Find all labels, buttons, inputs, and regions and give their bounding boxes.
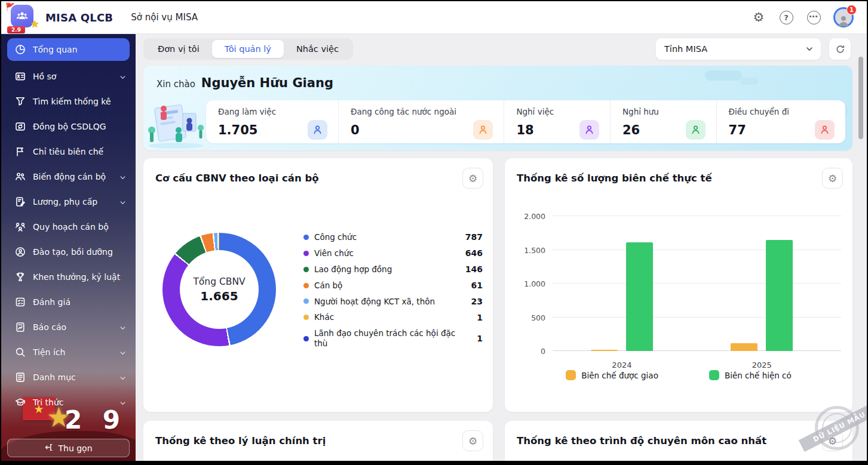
logo-version-badge: 2.9	[7, 26, 25, 33]
donut-center-value: 1.665	[200, 289, 238, 303]
legend-value: 646	[465, 248, 483, 258]
stat-value: 77	[729, 123, 746, 137]
stat-dieu-chuyen-di: Điều chuyển đi 77	[716, 100, 845, 143]
sidebar-item-label: Đồng bộ CSDLQG	[33, 122, 127, 131]
tab-Tôi quản lý[interactable]: Tôi quản lý	[212, 40, 284, 58]
top-bar: 🚩 ★ 2.9 MISA QLCB Sở nội vụ MISA ⚙ ? ⋯ 1	[1, 1, 867, 34]
vertical-scrollbar[interactable]	[858, 57, 863, 139]
stat-label: Điều chuyển đi	[729, 107, 835, 116]
sidebar-item-ho-so[interactable]: Hồ sơ	[1, 64, 136, 89]
stat-nghi-huu: Nghỉ hưu 26	[610, 100, 716, 143]
bar-card-settings-button[interactable]: ⚙	[822, 168, 843, 189]
greeting-card: Xin chào Nguyễn Hữu Giang	[143, 66, 852, 150]
sidebar-item-quy-hoach-can-bo[interactable]: Quy hoạch cán bộ	[1, 214, 136, 239]
y-axis-tick: 1.000	[513, 279, 545, 288]
cloud-decoration	[705, 70, 742, 81]
bar-group-2025	[731, 240, 793, 351]
settings-gear-icon[interactable]: ⚙	[751, 10, 766, 25]
sidebar-item-dao-tao-boi-duong[interactable]: Đào tạo, bồi dưỡng	[1, 239, 136, 264]
political-theory-card-title: Thống kê theo lý luận chính trị	[155, 435, 326, 446]
stat-value: 1.705	[218, 123, 257, 137]
topbar-actions: ⚙ ? ⋯ 1	[751, 7, 854, 27]
more-options-icon[interactable]: ⋯	[806, 10, 821, 25]
main-content: Đơn vị tôi Tôi quản lý Nhắc việc Tỉnh MI…	[136, 34, 867, 461]
qualification-card: Thống kê theo trình độ chuyên môn cao nh…	[505, 421, 852, 461]
sidebar-item-label: Khen thưởng, kỷ luật	[33, 272, 127, 282]
legend-item: Lãnh đạo chuyên trách các hội đặc thù 1	[303, 325, 483, 352]
stat-label: Đang làm việc	[218, 107, 327, 116]
id-card-icon	[14, 71, 26, 82]
y-axis-tick: 2.000	[513, 212, 545, 221]
sidebar-item-tong-quan[interactable]: Tổng quan	[7, 38, 130, 61]
report-icon	[14, 322, 26, 333]
app-logo[interactable]: 🚩 ★ 2.9	[8, 4, 36, 31]
sidebar-item-label: Lương, phụ cấp	[33, 197, 119, 207]
stat-label: Nghỉ hưu	[622, 107, 706, 116]
stat-nghi-viec: Nghỉ việc 18	[504, 100, 610, 143]
sidebar-item-danh-muc[interactable]: Danh mục	[1, 365, 136, 390]
sidebar-item-luong-phu-cap[interactable]: Lương, phụ cấp	[1, 189, 136, 214]
bar-chart-legend: Biên chế được giao Biên chế hiện có	[505, 370, 852, 380]
sidebar-item-label: Chỉ tiêu biên chế	[33, 147, 127, 156]
legend-swatch	[566, 370, 576, 380]
sidebar-item-dong-bo-csdlqg[interactable]: Đồng bộ CSDLQG	[1, 114, 136, 139]
qualification-settings-button[interactable]: ⚙	[822, 430, 843, 451]
list-icon	[14, 372, 26, 383]
sidebar-item-label: Báo cáo	[33, 322, 119, 332]
tab-Nhắc việc[interactable]: Nhắc việc	[284, 40, 351, 58]
sidebar-item-label: Quy hoạch cán bộ	[33, 222, 127, 232]
donut-card-settings-button[interactable]: ⚙	[462, 168, 483, 189]
refresh-button[interactable]	[829, 38, 851, 60]
legend-label: Lao động hợp đồng	[314, 264, 465, 275]
sidebar-item-label: Tri thức	[33, 398, 119, 407]
sidebar-item-khen-thuong-ky-luat[interactable]: Khen thưởng, kỷ luật	[1, 264, 136, 290]
stats-summary-card: Đang làm việc 1.705 Đang công tác nước n…	[206, 100, 845, 143]
stat-label: Nghỉ việc	[516, 107, 599, 116]
stat-value: 18	[516, 123, 533, 137]
org-unit-select[interactable]: Tỉnh MISA	[655, 38, 821, 60]
sidebar-item-tri-thuc[interactable]: Tri thức	[1, 390, 136, 415]
graduation-cap-icon	[14, 397, 26, 408]
legend-item: Công chức 787	[303, 229, 483, 245]
sidebar-item-danh-gia[interactable]: Đánh giá	[1, 290, 136, 315]
legend-value: 1	[477, 334, 483, 343]
bar-legend-item: Biên chế hiện có	[709, 370, 792, 380]
refresh-icon	[835, 44, 845, 54]
donut-chart-card: Cơ cấu CBNV theo loại cán bộ ⚙ Tổng CBNV…	[143, 158, 493, 412]
legend-label: Người hoạt động KCT xã, thôn	[314, 297, 471, 307]
legend-value: 1	[477, 313, 483, 322]
sidebar: ★ ★ 2 9 Tổng quan Hồ sơ Tìm kiếm thống k…	[1, 34, 136, 461]
user-avatar[interactable]: 1	[833, 7, 854, 27]
view-tabs: Đơn vị tôi Tôi quản lý Nhắc việc	[143, 38, 353, 60]
cloud-decoration	[740, 78, 758, 85]
person-icon	[579, 120, 599, 140]
person-icon	[308, 120, 327, 140]
tab-Đơn vị tôi[interactable]: Đơn vị tôi	[145, 40, 212, 58]
sidebar-menu: Tổng quan Hồ sơ Tìm kiếm thống kê Đồng b…	[1, 38, 136, 415]
greeting-text: Xin chào	[157, 79, 195, 90]
org-name: Sở nội vụ MISA	[131, 12, 198, 23]
notification-badge: 1	[846, 5, 857, 15]
sidebar-item-label: Đào tạo, bồi dưỡng	[33, 247, 127, 257]
bar-card-title: Thống kê số lượng biên chế thực tế	[517, 173, 712, 184]
sidebar-item-tien-ich[interactable]: Tiện ích	[1, 340, 136, 365]
legend-label: Cán bộ	[314, 281, 471, 291]
sidebar-item-bao-cao[interactable]: Báo cáo	[1, 315, 136, 340]
donut-center-label: Tổng CBNV	[193, 276, 245, 287]
sidebar-item-bien-dong-can-bo[interactable]: Biến động cán bộ	[1, 164, 136, 189]
chevron-down-icon	[119, 198, 127, 206]
org-unit-select-value: Tỉnh MISA	[664, 44, 707, 54]
chevron-down-icon	[119, 348, 127, 356]
legend-swatch	[709, 370, 719, 380]
political-theory-settings-button[interactable]: ⚙	[462, 430, 483, 451]
legend-dot	[303, 298, 309, 304]
sidebar-item-chi-tieu-bien-che[interactable]: Chỉ tiêu biên chế	[1, 139, 136, 164]
sidebar-item-tim-kiem-thong-ke[interactable]: Tìm kiếm thống kê	[1, 89, 136, 114]
y-axis-tick: 1.500	[513, 245, 545, 254]
collapse-sidebar-button[interactable]: Thu gọn	[7, 439, 130, 457]
help-icon[interactable]: ?	[778, 10, 794, 25]
sidebar-item-label: Tìm kiếm thống kê	[33, 97, 127, 106]
bar-legend-item: Biên chế được giao	[566, 370, 658, 380]
person-circle-icon	[14, 247, 26, 258]
app-window: 🚩 ★ 2.9 MISA QLCB Sở nội vụ MISA ⚙ ? ⋯ 1…	[1, 1, 867, 461]
